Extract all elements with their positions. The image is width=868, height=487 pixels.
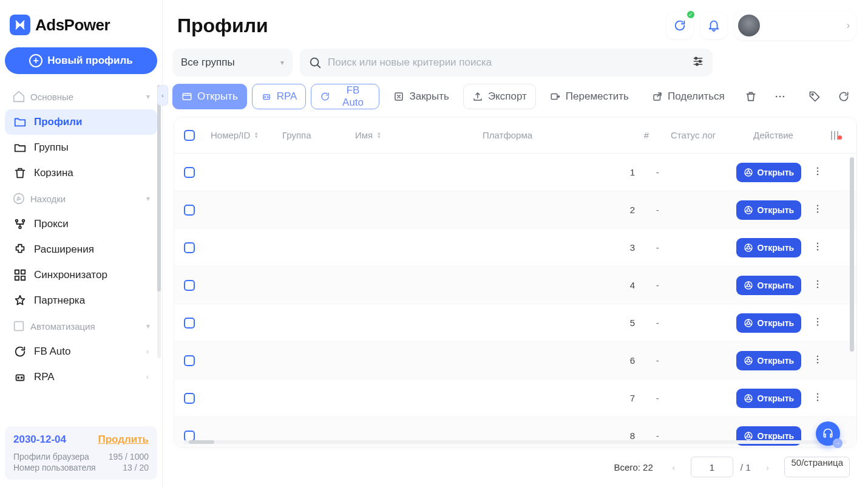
row-more-button[interactable] [812, 166, 823, 179]
toolbar-rpa-button[interactable]: RPA [252, 84, 307, 109]
th-group[interactable]: Группа [282, 130, 355, 140]
more-vertical-icon [812, 354, 823, 365]
row-open-button[interactable]: Открыть [736, 163, 801, 182]
th-action: Действие [737, 130, 822, 140]
row-open-button[interactable]: Открыть [736, 200, 801, 220]
row-checkbox[interactable] [184, 167, 195, 178]
th-login-status[interactable]: Статус лог [671, 130, 737, 140]
row-open-button[interactable]: Открыть [736, 389, 801, 408]
sidebar-item-affiliate[interactable]: Партнерка [5, 288, 157, 313]
arrow-icon: → [833, 438, 843, 448]
columns-config-button[interactable] [822, 129, 847, 141]
group-select[interactable]: Все группы ▾ [172, 49, 293, 77]
pager-next-button[interactable]: › [758, 457, 777, 477]
svg-point-34 [817, 205, 818, 206]
sidebar-item-fbauto[interactable]: FB Auto › [5, 339, 157, 364]
row-open-button[interactable]: Открыть [736, 276, 801, 295]
toolbar-more-button[interactable] [768, 84, 792, 109]
new-profile-button[interactable]: + Новый профиль [5, 47, 157, 74]
pagination: Всего: 22 ‹ / 1 › 50/страница [170, 448, 861, 487]
table-row[interactable]: 4-Открыть [174, 267, 856, 304]
th-name[interactable]: Имя ▲▼ [355, 130, 483, 140]
sidebar-item-extensions[interactable]: Расширения [5, 237, 157, 262]
grid-icon [13, 268, 27, 282]
sidebar-section-main[interactable]: Основные ▾ [5, 84, 157, 109]
table-header: Номер/ID ▲▼ Группа Имя ▲▼ Платформа # Ст… [174, 117, 856, 154]
sidebar-scrollbar[interactable] [157, 85, 161, 358]
pager-prev-button[interactable]: ‹ [664, 457, 683, 477]
row-more-button[interactable] [812, 316, 823, 329]
account-menu[interactable]: › [734, 11, 856, 40]
share-icon [652, 91, 663, 102]
row-checkbox[interactable] [184, 242, 195, 253]
search-input[interactable] [328, 56, 686, 69]
section-auto-label: Автоматизация [30, 321, 95, 332]
sidebar-item-rpa[interactable]: RPA › [5, 364, 157, 390]
row-open-button[interactable]: Открыть [736, 351, 801, 370]
svg-point-55 [817, 359, 818, 360]
more-vertical-icon [812, 166, 823, 177]
row-open-label: Открыть [757, 393, 794, 403]
row-checkbox[interactable] [184, 205, 195, 216]
th-number-id[interactable]: Номер/ID ▲▼ [211, 130, 282, 140]
table-row[interactable]: 7-Открыть [174, 380, 856, 417]
sidebar-item-sync[interactable]: Синхронизатор [5, 262, 157, 288]
row-open-button[interactable]: Открыть [736, 313, 801, 333]
folders-icon [13, 141, 27, 154]
pager-per-page-select[interactable]: 50/страница [784, 457, 850, 477]
row-more-button[interactable] [812, 392, 823, 404]
table-row[interactable]: 3-Открыть [174, 229, 856, 267]
sidebar-item-groups[interactable]: Группы [5, 135, 157, 160]
vertical-scrollbar[interactable] [850, 157, 854, 439]
toolbar-fbauto-button[interactable]: FB Auto [311, 84, 379, 109]
table-row[interactable]: 2-Открыть [174, 191, 856, 229]
horizontal-scrollbar[interactable] [184, 440, 847, 444]
row-more-button[interactable] [812, 354, 823, 367]
row-open-button[interactable]: Открыть [736, 238, 801, 257]
toolbar-refresh-button[interactable] [832, 84, 856, 109]
sidebar-item-profiles[interactable]: Профили [5, 109, 157, 135]
table-row[interactable]: 5-Открыть [174, 304, 856, 342]
toolbar-open-button[interactable]: Открыть [172, 84, 247, 109]
row-more-button[interactable] [812, 203, 823, 216]
horizontal-scrollbar-thumb[interactable] [189, 440, 214, 444]
support-fab[interactable]: → [816, 421, 840, 446]
sidebar-nav-scroll[interactable]: Основные ▾ Профили Группы Корзина Находк… [5, 84, 157, 426]
sidebar-collapse-button[interactable]: ‹ [157, 85, 168, 106]
row-checkbox[interactable] [184, 355, 195, 366]
puzzle-icon [13, 243, 27, 256]
sidebar-scrollbar-thumb[interactable] [157, 85, 161, 291]
plus-icon: + [29, 54, 42, 67]
sidebar-section-finds[interactable]: Находки ▾ [5, 186, 157, 211]
row-more-button[interactable] [812, 241, 823, 254]
th-hash[interactable]: # [622, 130, 671, 140]
toolbar-tag-button[interactable] [802, 84, 826, 109]
row-checkbox[interactable] [184, 318, 195, 329]
toolbar-share-button[interactable]: Поделиться [643, 84, 734, 109]
row-number: 4 [609, 280, 656, 290]
sync-button[interactable]: ✓ [666, 12, 693, 39]
notifications-button[interactable] [700, 12, 727, 39]
license-renew-link[interactable]: Продлить [98, 434, 149, 446]
sidebar-item-trash[interactable]: Корзина [5, 160, 157, 186]
toolbar-export-button[interactable]: Экспорт [463, 84, 536, 109]
table-row[interactable]: 1-Открыть [174, 154, 856, 191]
row-checkbox[interactable] [184, 393, 195, 404]
row-more-button[interactable] [812, 279, 823, 291]
toolbar-move-button[interactable]: Переместить [541, 84, 638, 109]
table-body[interactable]: 1-Открыть2-Открыть3-Открыть4-Открыть5-От… [174, 154, 856, 448]
toolbar-delete-button[interactable] [739, 84, 763, 109]
table-row[interactable]: 6-Открыть [174, 342, 856, 380]
sidebar-item-proxy[interactable]: Прокси [5, 211, 157, 237]
th-platform[interactable]: Платформа [483, 130, 622, 140]
select-all-checkbox[interactable] [184, 130, 195, 141]
sidebar-section-automation[interactable]: Автоматизация ▾ [5, 313, 157, 339]
svg-point-61 [817, 400, 818, 401]
row-checkbox[interactable] [184, 431, 195, 441]
toolbar-close-button[interactable]: Закрыть [384, 84, 458, 109]
filter-settings-icon[interactable] [692, 55, 704, 70]
sidebar: AdsPower + Новый профиль Основные ▾ Проф… [0, 0, 163, 487]
row-checkbox[interactable] [184, 280, 195, 291]
vertical-scrollbar-thumb[interactable] [850, 157, 854, 352]
pager-page-input[interactable] [691, 457, 733, 477]
